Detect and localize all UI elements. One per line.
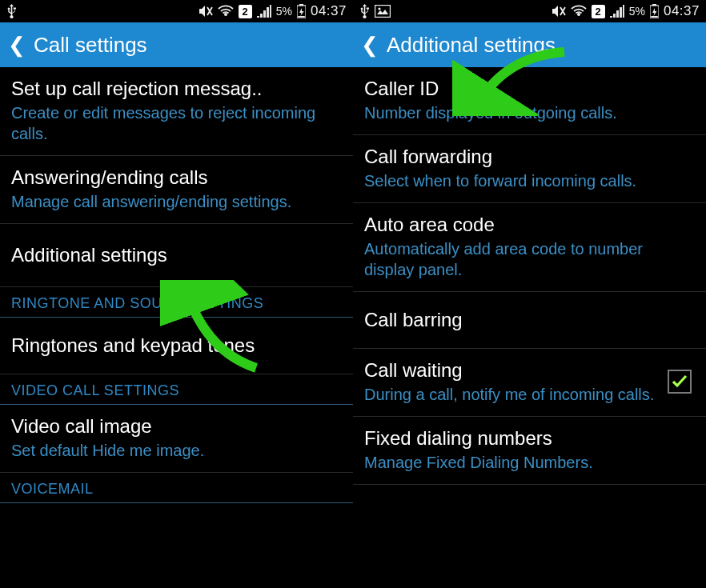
item-title: Call barring (364, 308, 695, 332)
item-title: Call forwarding (364, 145, 695, 169)
app-bar: ❮ Additional settings (353, 22, 706, 67)
item-title: Video call image (11, 414, 342, 438)
item-subtitle: Set default Hide me image. (11, 440, 342, 461)
mute-icon (550, 5, 566, 18)
item-ringtones-keypad[interactable]: Ringtones and keypad tones (0, 318, 353, 374)
item-subtitle: Manage Fixed Dialing Numbers. (364, 452, 695, 473)
item-title: Answering/ending calls (11, 166, 342, 190)
battery-icon (650, 4, 659, 18)
svg-rect-3 (375, 6, 391, 18)
usb-icon (359, 4, 370, 18)
item-subtitle: During a call, notify me of incoming cal… (364, 384, 658, 405)
battery-text: 5% (276, 5, 292, 18)
svg-rect-6 (652, 4, 656, 6)
item-subtitle: Manage call answering/ending settings. (11, 191, 342, 212)
item-subtitle: Number displayed in outgoing calls. (364, 102, 695, 123)
svg-rect-1 (299, 4, 303, 6)
section-video: VIDEO CALL SETTINGS (0, 374, 353, 405)
signal-icon (610, 5, 624, 18)
item-subtitle: Select when to forward incoming calls. (364, 170, 695, 191)
item-subtitle: Automatically add area code to number di… (364, 238, 695, 280)
picture-icon (375, 5, 391, 18)
svg-rect-2 (298, 16, 305, 18)
sim-indicator: 2 (239, 5, 252, 18)
status-bar: 2 5% 04:37 (0, 0, 353, 22)
usb-icon (6, 4, 17, 18)
back-icon[interactable]: ❮ (8, 34, 26, 55)
item-title: Fixed dialing numbers (364, 426, 695, 450)
status-bar: 2 5% 04:37 (353, 0, 706, 22)
item-title: Ringtones and keypad tones (11, 334, 342, 358)
battery-icon (297, 4, 306, 18)
signal-icon (257, 5, 271, 18)
app-bar: ❮ Call settings (0, 22, 353, 67)
wifi-icon (218, 5, 234, 18)
battery-text: 5% (629, 5, 645, 18)
item-video-call-image[interactable]: Video call image Set default Hide me ima… (0, 405, 353, 473)
item-subtitle: Create or edit messages to reject incomi… (11, 102, 342, 144)
status-time: 04:37 (664, 3, 700, 19)
item-call-barring[interactable]: Call barring (353, 292, 706, 349)
item-additional-settings[interactable]: Additional settings (0, 224, 353, 287)
item-caller-id[interactable]: Caller ID Number displayed in outgoing c… (353, 67, 706, 135)
item-auto-area-code[interactable]: Auto area code Automatically add area co… (353, 203, 706, 292)
call-waiting-checkbox[interactable] (668, 370, 692, 394)
wifi-icon (571, 5, 587, 18)
content-scroll[interactable]: Set up call rejection messag.. Create or… (0, 67, 353, 588)
item-call-rejection-messages[interactable]: Set up call rejection messag.. Create or… (0, 67, 353, 156)
section-ringtone: RINGTONE AND SOUND SETTINGS (0, 287, 353, 318)
item-call-waiting[interactable]: Call waiting During a call, notify me of… (353, 349, 706, 417)
item-title: Call waiting (364, 358, 658, 382)
svg-rect-7 (651, 16, 658, 18)
status-time: 04:37 (311, 3, 347, 19)
item-fixed-dialing[interactable]: Fixed dialing numbers Manage Fixed Diali… (353, 417, 706, 485)
sim-indicator: 2 (592, 5, 605, 18)
phone-call-settings: 2 5% 04:37 ❮ Call settings Set up call r… (0, 0, 353, 588)
page-title: Additional settings (387, 33, 556, 58)
item-call-forwarding[interactable]: Call forwarding Select when to forward i… (353, 135, 706, 203)
back-icon[interactable]: ❮ (361, 34, 379, 55)
svg-point-4 (378, 7, 380, 10)
item-title: Auto area code (364, 213, 695, 237)
phone-additional-settings: 2 5% 04:37 ❮ Additional settings Caller … (353, 0, 706, 588)
page-title: Call settings (34, 33, 147, 58)
mute-icon (197, 5, 213, 18)
content-scroll[interactable]: Caller ID Number displayed in outgoing c… (353, 67, 706, 588)
item-title: Additional settings (11, 243, 342, 267)
section-voicemail: VOICEMAIL (0, 473, 353, 503)
item-answering-ending[interactable]: Answering/ending calls Manage call answe… (0, 156, 353, 224)
item-title: Caller ID (364, 77, 695, 101)
item-title: Set up call rejection messag.. (11, 77, 342, 101)
